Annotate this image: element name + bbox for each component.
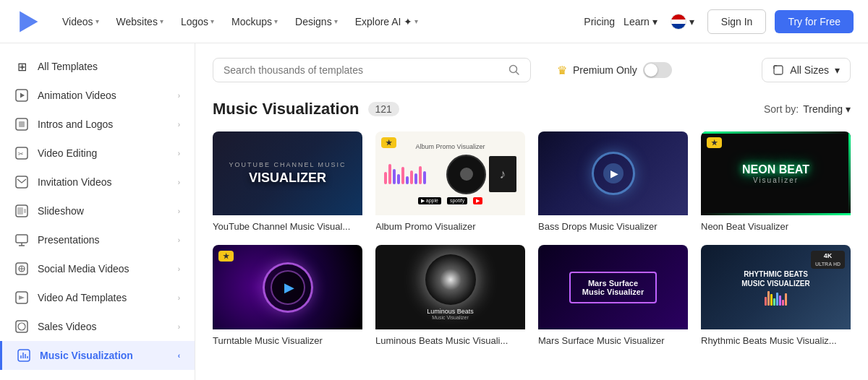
flag-icon bbox=[671, 14, 686, 30]
sidebar-item-video-ad-templates[interactable]: Video Ad Templates › bbox=[0, 283, 195, 312]
chevron-icon: › bbox=[178, 150, 180, 157]
intro-icon bbox=[14, 117, 29, 131]
template-grid: YOUTUBE CHANNEL MUSIC VISUALIZER YouTube… bbox=[213, 131, 851, 346]
scissors-icon: ✂ bbox=[14, 146, 29, 160]
template-card[interactable]: Luminous Beats Music Visualizer Luminous… bbox=[375, 245, 525, 345]
template-title: YouTube Channel Music Visual... bbox=[213, 221, 362, 232]
logo[interactable] bbox=[14, 9, 41, 35]
chevron-icon: › bbox=[178, 323, 180, 331]
template-thumbnail: 4KULTRA HD RHYTHMIC BEATSMUSIC VISUALIZE… bbox=[701, 245, 851, 329]
svg-rect-9 bbox=[17, 207, 23, 215]
svg-rect-21 bbox=[18, 350, 30, 361]
chevron-down-icon: ▾ bbox=[414, 17, 418, 25]
nav-explore-ai[interactable]: Explore AI ✦ ▾ bbox=[348, 12, 426, 32]
template-thumbnail: ★ NEON BEAT Visualizer bbox=[701, 131, 851, 215]
music-icon bbox=[17, 348, 31, 363]
sizes-dropdown[interactable]: All Sizes ▾ bbox=[762, 58, 851, 82]
sidebar-item-sales-videos[interactable]: Sales Videos › bbox=[0, 312, 195, 341]
page-title-row: Music Visualization 121 Sort by: Trendin… bbox=[213, 100, 851, 118]
slideshow-icon bbox=[14, 204, 29, 218]
chevron-icon: › bbox=[178, 294, 180, 302]
template-title: Luminous Beats Music Visuali... bbox=[375, 335, 525, 346]
social-media-icon bbox=[14, 262, 29, 276]
template-title: Neon Beat Visualizer bbox=[701, 221, 851, 232]
try-free-button[interactable]: Try for Free bbox=[775, 10, 854, 33]
sign-in-button[interactable]: Sign In bbox=[707, 9, 767, 34]
svg-rect-4 bbox=[19, 121, 25, 127]
svg-marker-0 bbox=[20, 11, 38, 32]
chevron-icon: › bbox=[178, 92, 180, 100]
toggle-knob bbox=[644, 64, 658, 77]
main-content: ♛ Premium Only All Sizes ▾ Music Visuali… bbox=[195, 43, 868, 380]
template-card[interactable]: ★ ▶ Turntable Music Visualizer bbox=[213, 245, 362, 345]
crown-icon: ♛ bbox=[557, 64, 567, 77]
chevron-icon: › bbox=[178, 265, 180, 273]
nav-designs[interactable]: Designs ▾ bbox=[288, 12, 345, 32]
sort-select[interactable]: Trending ▾ bbox=[803, 103, 851, 115]
template-title: Album Promo Visualizer bbox=[375, 221, 525, 232]
chevron-down-icon: ▾ bbox=[334, 17, 338, 25]
template-card[interactable]: Mars Surface Music Visualizer Mars Surfa… bbox=[538, 245, 688, 345]
sidebar-item-video-editing[interactable]: ✂ Video Editing › bbox=[0, 139, 195, 168]
sidebar-item-presentations[interactable]: Presentations › bbox=[0, 225, 195, 254]
nav-mockups[interactable]: Mockups ▾ bbox=[224, 12, 285, 32]
invitation-icon bbox=[14, 175, 29, 189]
chevron-down-icon: ▾ bbox=[652, 16, 658, 27]
template-card[interactable]: YOUTUBE CHANNEL MUSIC VISUALIZER YouTube… bbox=[213, 131, 362, 232]
search-button[interactable] bbox=[509, 64, 520, 76]
template-title: Bass Drops Music Visualizer bbox=[538, 221, 688, 232]
chevron-down-icon: ▾ bbox=[210, 17, 214, 25]
chevron-down-icon: ▾ bbox=[689, 16, 694, 27]
search-bar-wrap: ♛ Premium Only All Sizes ▾ bbox=[213, 58, 851, 82]
sidebar-item-intros-logos[interactable]: Intros and Logos › bbox=[0, 110, 195, 139]
template-thumbnail: YOUTUBE CHANNEL MUSIC VISUALIZER bbox=[213, 131, 362, 215]
svg-marker-2 bbox=[20, 93, 25, 98]
svg-rect-10 bbox=[24, 209, 26, 213]
pricing-link[interactable]: Pricing bbox=[584, 16, 615, 27]
sidebar: ⊞ All Templates Animation Videos › Intro… bbox=[0, 43, 195, 380]
chevron-icon: › bbox=[178, 178, 180, 186]
template-thumbnail: ▶ bbox=[538, 131, 688, 215]
chevron-icon: › bbox=[178, 121, 180, 129]
page-title: Music Visualization bbox=[213, 100, 359, 118]
template-title: Turntable Music Visualizer bbox=[213, 335, 362, 346]
template-card[interactable]: ★ Album Promo Visualizer bbox=[375, 131, 525, 232]
learn-link[interactable]: Learn ▾ bbox=[624, 16, 658, 27]
premium-toggle: ♛ Premium Only bbox=[557, 62, 672, 78]
video-ad-icon bbox=[14, 290, 29, 305]
sidebar-item-animation-videos[interactable]: Animation Videos › bbox=[0, 81, 195, 110]
sidebar-item-music-visualization[interactable]: Music Visualization ‹ bbox=[0, 341, 195, 370]
search-icon bbox=[509, 64, 520, 76]
circle-ring: ▶ bbox=[592, 152, 635, 195]
template-title: Mars Surface Music Visualizer bbox=[538, 335, 688, 346]
nav-videos[interactable]: Videos ▾ bbox=[55, 12, 106, 32]
chevron-down-icon: ▾ bbox=[274, 17, 278, 25]
mars-box: Mars Surface Music Visualizer bbox=[569, 272, 657, 303]
navbar-right: Pricing Learn ▾ ▾ Sign In Try for Free bbox=[584, 9, 854, 34]
sidebar-item-invitation-videos[interactable]: Invitation Videos › bbox=[0, 168, 195, 197]
nav-logos[interactable]: Logos ▾ bbox=[174, 12, 221, 32]
presentation-icon bbox=[14, 233, 29, 247]
sidebar-item-slideshow[interactable]: Slideshow › bbox=[0, 197, 195, 225]
sidebar-item-all-templates[interactable]: ⊞ All Templates bbox=[0, 52, 195, 81]
sidebar-item-social-media-videos[interactable]: Social Media Videos › bbox=[0, 254, 195, 283]
template-card[interactable]: ▶ Bass Drops Music Visualizer bbox=[538, 131, 688, 232]
chevron-down-icon: ▾ bbox=[835, 64, 840, 76]
premium-toggle-switch[interactable] bbox=[643, 62, 672, 78]
nav-websites[interactable]: Websites ▾ bbox=[109, 12, 171, 32]
search-input[interactable] bbox=[224, 64, 503, 76]
svg-line-27 bbox=[516, 72, 519, 75]
premium-badge: ★ bbox=[381, 137, 396, 148]
language-selector[interactable]: ▾ bbox=[666, 11, 699, 33]
page-layout: ⊞ All Templates Animation Videos › Intro… bbox=[0, 43, 868, 380]
template-title: Rhythmic Beats Music Visualiz... bbox=[701, 335, 851, 346]
svg-point-20 bbox=[18, 323, 25, 330]
chevron-down-icon: ▾ bbox=[846, 103, 851, 115]
play-icon bbox=[14, 88, 29, 103]
svg-rect-7 bbox=[16, 176, 27, 188]
resize-icon bbox=[773, 64, 784, 76]
template-card[interactable]: ★ NEON BEAT Visualizer Neon Beat Visuali… bbox=[701, 131, 851, 232]
template-card[interactable]: 4KULTRA HD RHYTHMIC BEATSMUSIC VISUALIZE… bbox=[701, 245, 851, 345]
template-thumbnail: ★ Album Promo Visualizer bbox=[375, 131, 525, 215]
template-thumbnail: Luminous Beats Music Visualizer bbox=[375, 245, 525, 329]
